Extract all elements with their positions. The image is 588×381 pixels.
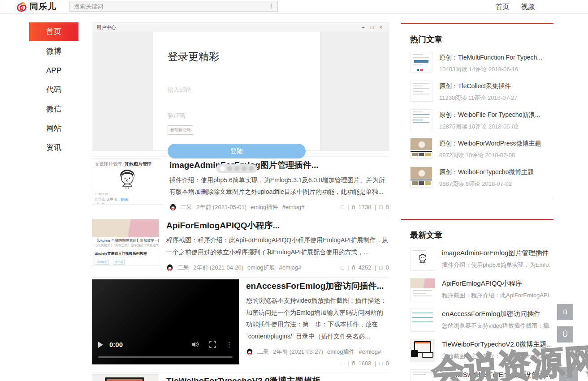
- hot-thumb-theme-mock: [410, 138, 432, 159]
- article2-category[interactable]: emlog扩展: [247, 264, 275, 272]
- sidebar-item-code[interactable]: 代码: [29, 80, 78, 99]
- article1-author: 二呆: [181, 203, 192, 211]
- article3-views: 1608: [359, 360, 372, 367]
- article2-stats: □ | ñ 4252 | □ 0: [341, 264, 389, 271]
- sidebar-item-home[interactable]: 首页: [29, 22, 78, 41]
- hot-articles-block: 热门文章 原创：TleMultiFunction For Typech... 1…: [401, 23, 553, 199]
- article1-category[interactable]: emlog插件: [251, 203, 278, 211]
- video-menu-icon[interactable]: ⋮: [226, 341, 233, 349]
- article1-title[interactable]: imageAdminForEmlog图片管理插件...: [169, 159, 389, 171]
- mock-get-captcha-button: 获取验证码: [168, 125, 193, 135]
- article3-tag[interactable]: #emlog#: [359, 348, 381, 355]
- hot-item-2[interactable]: 原创：TleCollect采集插件 11238阅读 11评论 2018-07-2…: [401, 81, 553, 102]
- article3-title[interactable]: enAccessForEmlog加密访问插件...: [246, 280, 389, 292]
- sidebar-item-wechat[interactable]: 微信: [29, 99, 78, 119]
- site-logo[interactable]: 同乐儿: [16, 1, 56, 13]
- qq-avatar-icon: [169, 204, 177, 211]
- sidebar-item-website[interactable]: 网站: [29, 119, 78, 138]
- hot-item-4[interactable]: 原创：WeiboForWordPress微博主题 8872阅读 10评论 201…: [401, 138, 553, 159]
- thumb-caption: □ 12312 □ 全选 选中项：删除 (共1张): [92, 192, 162, 205]
- latest-item-excerpt: 您的浏览器不支持video播放插件截图：插...: [442, 322, 551, 330]
- top-nav: 首页 视频: [496, 3, 535, 11]
- latest-item-1[interactable]: imageAdminForEmlog图片管理插件 插件介绍：使用php5.6简单…: [401, 248, 553, 271]
- corner-next-button[interactable]: >: [559, 367, 578, 381]
- hot-thumb-login-mock: [410, 52, 432, 73]
- thumb-subcaption: 小众风格系 |《茶茶主页》图学混搭日常篇选无泡平一周的饮品...: [92, 243, 159, 249]
- latest-thumb-photo-mock: [410, 278, 435, 301]
- latest-item-2[interactable]: ApiForEmlogAPIQQ小程序 程序截图：程序介绍：此ApiForEml…: [401, 278, 553, 301]
- minimize-icon: −: [362, 25, 367, 30]
- article2-meta: 二呆 2年前 (2021-04-20) emlog扩展 #emlog# □ | …: [166, 264, 389, 272]
- article1-thumbnail[interactable]: 文章图片管理其他图片管理 □ 12312 □ 全选 选中项：删除 (共1张): [92, 158, 162, 205]
- latest-thumb-devices-mock: [410, 339, 435, 362]
- article3-category[interactable]: emlog插件: [327, 348, 355, 356]
- top-nav-home[interactable]: 首页: [496, 3, 509, 11]
- float-button-top-icon[interactable]: ù: [557, 304, 573, 320]
- latest-item-title: TleWeiboForTypechoV2.0微博主题...: [442, 340, 551, 349]
- hot-item-5[interactable]: 原创：WeiboForTypecho微博主题 9887阅读 9评论 2018-0…: [401, 167, 553, 188]
- article1-hero-image[interactable]: 用户中心 − □ × 登录更精彩 输入邮箱 验证码 获取验证码 登陆: [92, 22, 389, 151]
- share-icon: □: [341, 264, 344, 271]
- article4-thumbnail[interactable]: [92, 374, 159, 381]
- article1-body: imageAdminForEmlog图片管理插件... 插件介绍：使用php5.…: [169, 158, 389, 211]
- hot-item-meta: 10403阅读 14评论 2018-06-16: [439, 65, 551, 73]
- article2-title[interactable]: ApiForEmlogAPIQQ小程序...: [166, 220, 389, 231]
- article1-excerpt: 插件介绍：使用php5.6简单实现，为Emlog5.3.1及6.0.0增加管理图…: [169, 174, 389, 198]
- devices-mock: [92, 375, 159, 381]
- video-controls: 0:00 ⋮: [92, 341, 239, 349]
- top-nav-video[interactable]: 视频: [521, 3, 535, 11]
- latest-item-3[interactable]: enAccessForEmlog加密访问插件 您的浏览器不支持video播放插件…: [401, 308, 553, 332]
- latest-item-title: ApiForEmlogAPIQQ小程序: [442, 279, 551, 288]
- article3-author: 二呆: [257, 348, 269, 356]
- hot-item-1[interactable]: 原创：TleMultiFunction For Typech... 10403阅…: [401, 52, 553, 73]
- views-icon: ñ: [352, 204, 355, 210]
- girl-drawing: [92, 168, 162, 192]
- hot-thumb-code-mock: [410, 109, 432, 130]
- top-header: 同乐儿 f 首页 视频: [0, 0, 588, 14]
- float-button-qr-icon[interactable]: Ú: [557, 326, 573, 342]
- article1-tag[interactable]: #emlog#: [282, 204, 304, 210]
- article2-date: 2年前 (2021-04-20): [193, 264, 243, 272]
- search-icon[interactable]: f: [268, 3, 277, 10]
- fullscreen-icon[interactable]: [209, 341, 216, 348]
- article2-thumbnail[interactable]: 【Ukulele-自弹唱翻唱原创】新加坡第一网红茶 小众风格系 |《茶茶主页》图…: [92, 219, 159, 266]
- latest-articles-block: 最新文章 imageAdminForEmlog图片管理插件 插件介绍：使用php…: [401, 219, 553, 381]
- latest-item-title: imageAdminForEmlog图片管理插件: [442, 249, 551, 257]
- latest-item-excerpt: 程序截图：程序介绍：此ApiForEmlogAPI...: [442, 291, 551, 300]
- latest-item-title: ThemeSwitcherForEmlog多设备主...: [442, 371, 551, 379]
- article3-meta: 二呆 2年前 (2021-03-27) emlog插件 #emlog# □ | …: [246, 348, 389, 367]
- article4-body: TleWeiboForTypechoV2.0微博主题模板... 主题截图：主题简…: [166, 374, 389, 381]
- share-icon: □: [341, 204, 344, 210]
- sidebar-item-weibo[interactable]: 微博: [29, 42, 78, 61]
- article2-author: 二呆: [177, 264, 189, 272]
- hot-thumb-theme-mock: [410, 167, 432, 188]
- hot-item-title: 原创：WeiboForWordPress微博主题: [439, 140, 551, 148]
- weibo-logo-icon: [16, 1, 28, 13]
- search-input[interactable]: [70, 2, 268, 11]
- mock-left-panel: [92, 32, 153, 150]
- latest-articles-title: 最新文章: [410, 230, 553, 240]
- right-sidebar: 热门文章 原创：TleMultiFunction For Typech... 1…: [401, 23, 553, 381]
- sidebar-item-news[interactable]: 资讯: [29, 138, 78, 157]
- comments-icon: □: [379, 360, 383, 367]
- hot-item-3[interactable]: 原创：WeiboFile For Typecho新浪... 12875阅读 10…: [401, 109, 553, 131]
- volume-icon[interactable]: [192, 341, 199, 348]
- hot-item-meta: 12875阅读 10评论 2018-05-02: [439, 123, 551, 131]
- article2-comments: 0: [386, 264, 389, 271]
- views-icon: ñ: [352, 360, 355, 367]
- sidebar-item-app[interactable]: APP: [29, 61, 78, 80]
- latest-item-4[interactable]: TleWeiboForTypechoV2.0微博主题... 主题截图：主题简介：…: [401, 339, 553, 362]
- latest-thumb-girl-mock: [410, 248, 435, 271]
- article3-video-player[interactable]: 0:00 ⋮: [92, 279, 239, 364]
- article2-tag[interactable]: #emlog#: [279, 264, 301, 271]
- mock-window-titlebar: 用户中心 − □ ×: [92, 23, 389, 32]
- article4-title[interactable]: TleWeiboForTypechoV2.0微博主题模板...: [166, 375, 389, 381]
- play-button-icon[interactable]: [98, 342, 103, 348]
- article3-stats: □ | ñ 1608 | □ 0: [341, 360, 389, 367]
- latest-item-excerpt: 主题截图：主题简介：一款Typecho版本的...: [442, 352, 551, 360]
- logo-text: 同乐儿: [30, 1, 56, 13]
- hot-item-title: 原创：TleCollect采集插件: [439, 82, 551, 90]
- latest-item-5[interactable]: ThemeSwitcherForEmlog多设备主...: [401, 369, 553, 381]
- video-progress-bar[interactable]: [98, 356, 233, 358]
- article3-excerpt: 您的浏览器不支持video播放插件截图：插件描述：加密访问是一个为Emlog增加…: [246, 295, 389, 342]
